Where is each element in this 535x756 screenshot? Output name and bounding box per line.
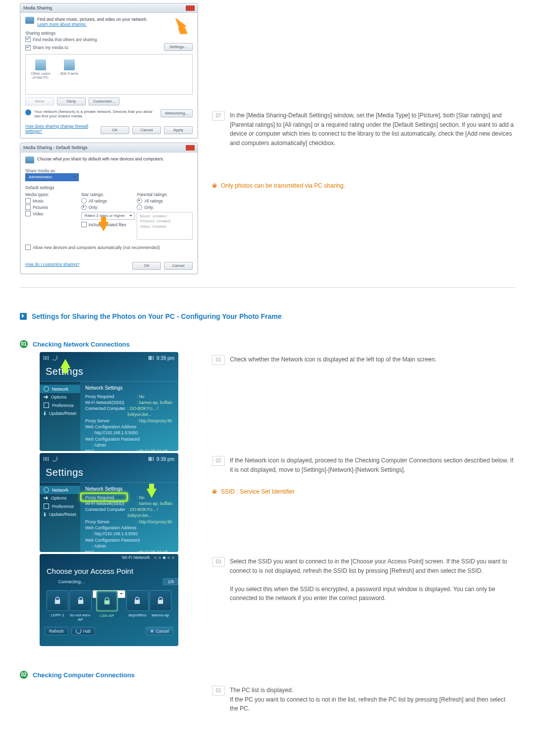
star-only-radio[interactable] bbox=[81, 204, 87, 210]
firewall-link[interactable]: How does sharing change firewall setting… bbox=[25, 124, 101, 134]
sharing-settings-label: Sharing settings bbox=[25, 31, 193, 36]
settings-button[interactable]: Settings... bbox=[164, 43, 193, 51]
device-area: Other users of this PC 800 Frame bbox=[25, 54, 193, 95]
find-media-label: Find media that others are sharing bbox=[33, 37, 97, 42]
media-sharing-screenshots: Media Sharing Find and share music, pict… bbox=[20, 3, 198, 274]
find-media-checkbox[interactable] bbox=[25, 37, 31, 42]
ap-card[interactable]: airportthru bbox=[126, 590, 148, 622]
ok-button[interactable]: OK bbox=[132, 262, 161, 270]
refresh-button[interactable]: Refresh bbox=[45, 627, 68, 635]
video-checkbox[interactable] bbox=[25, 211, 31, 216]
settings-frame-screenshot-2: 9:39 pm Settings Network Options Prefere… bbox=[40, 453, 178, 552]
close-icon[interactable] bbox=[186, 5, 195, 11]
media-icon bbox=[25, 156, 34, 163]
arrow-down-icon bbox=[147, 489, 157, 498]
arrow-up-icon bbox=[60, 359, 70, 368]
star-all-radio[interactable] bbox=[81, 198, 87, 203]
signal-icon bbox=[44, 457, 49, 461]
ap-cancel-button[interactable]: ✕Cancel bbox=[146, 627, 173, 635]
include-unrated-checkbox[interactable] bbox=[81, 222, 87, 227]
add-new-label: Allow new devices and computers automati… bbox=[33, 245, 160, 250]
wrench-icon bbox=[44, 496, 48, 501]
media-icon bbox=[25, 17, 34, 24]
wrench-icon bbox=[44, 395, 48, 400]
sidebar-item-network[interactable]: Network bbox=[40, 385, 80, 393]
step-text-l2: If the PC you want to connect to is not … bbox=[230, 696, 505, 712]
signal-icon bbox=[44, 356, 49, 360]
step-text-p1: Select the SSID you want to connect to i… bbox=[230, 558, 507, 574]
default-settings-label: Default settings bbox=[25, 185, 193, 190]
device-frame[interactable]: 800 Frame bbox=[59, 59, 79, 87]
section-title: Settings for Sharing the Photos on Your … bbox=[32, 312, 282, 320]
pager-dots bbox=[154, 556, 174, 559]
parent-only-radio[interactable] bbox=[137, 204, 142, 210]
cancel-button[interactable]: Cancel bbox=[164, 262, 193, 270]
step-number: 07 bbox=[212, 111, 225, 121]
add-new-checkbox[interactable] bbox=[25, 245, 31, 250]
gear-icon bbox=[44, 487, 49, 493]
sub01-step-01: 01 Check whether the Network icon is dis… bbox=[212, 355, 515, 365]
lock-icon bbox=[76, 596, 85, 605]
sub02-step-01: 01 The PC list is displayed. If the PC y… bbox=[212, 686, 515, 713]
allow-button[interactable]: Allow bbox=[25, 98, 54, 105]
share-to-checkbox[interactable] bbox=[25, 45, 31, 50]
halt-button[interactable]: Halt bbox=[71, 627, 95, 635]
music-checkbox[interactable] bbox=[25, 198, 31, 203]
step-number: 01 bbox=[212, 686, 225, 696]
sidebar-item-options[interactable]: Options bbox=[40, 494, 80, 502]
device-this-pc[interactable]: Other users of this PC bbox=[31, 59, 51, 87]
lock-icon bbox=[133, 596, 142, 605]
pictures-checkbox[interactable] bbox=[25, 204, 31, 210]
media-sharing-dialog: Media Sharing Find and share music, pict… bbox=[20, 3, 198, 139]
learn-more-link[interactable]: Learn more about sharing. bbox=[37, 22, 87, 27]
apply-button[interactable]: Apply bbox=[164, 126, 193, 134]
sub01-step-03: 03 Select the SSID you want to connect t… bbox=[212, 557, 515, 603]
step-text-p2: If you select this when the SSID is encr… bbox=[230, 586, 495, 602]
close-icon[interactable] bbox=[186, 145, 195, 151]
ap-connecting: Connecting… bbox=[40, 579, 104, 584]
signal-icon bbox=[149, 457, 154, 461]
step-text: Check whether the Network icon is displa… bbox=[230, 355, 515, 365]
step-text: In the [Media Sharing-Default Settings] … bbox=[230, 111, 515, 148]
dialog-title: Media Sharing - Default Settings bbox=[23, 145, 88, 150]
ap-card[interactable]: do-not-kerv-AP bbox=[69, 590, 91, 622]
sidebar-item-preference[interactable]: Preference bbox=[40, 502, 80, 510]
signal-icon bbox=[149, 356, 154, 360]
customize-button[interactable]: Customize... bbox=[89, 98, 119, 105]
frame-sidebar: Network Options Preference Update/Reset bbox=[40, 382, 80, 451]
dialog-intro: Find and share music, pictures, and vide… bbox=[37, 17, 148, 22]
preference-icon bbox=[44, 403, 49, 408]
star-rating-select[interactable]: Rated 2 stars or higher bbox=[81, 212, 135, 220]
access-point-screenshot: Wi-Fi Network Choose your Access Point C… bbox=[40, 554, 178, 646]
ap-card[interactable]: kamvo-ap bbox=[150, 590, 171, 622]
how-customize-link[interactable]: How do I customize sharing? bbox=[25, 262, 79, 267]
ap-topbar-label: Wi-Fi Network bbox=[122, 555, 150, 560]
sidebar-item-update[interactable]: Update/Reset bbox=[40, 510, 80, 518]
step-text: If the Network icon is displayed, procee… bbox=[230, 456, 515, 474]
sidebar-item-options[interactable]: Options bbox=[40, 393, 80, 401]
note-text: Only photos can be transmitted via PC sh… bbox=[221, 182, 345, 189]
deny-button[interactable]: Deny bbox=[57, 98, 86, 105]
parent-all-radio[interactable] bbox=[137, 198, 142, 203]
settings-frame-screenshot-1: 9:39 pm Settings Network Options Prefere… bbox=[40, 352, 178, 451]
share-as-label: Share media as: bbox=[25, 168, 193, 173]
step-text-l1: The PC list is displayed. bbox=[230, 687, 293, 694]
step-number: 03 bbox=[212, 557, 225, 567]
sidebar-item-network[interactable]: Network bbox=[40, 486, 80, 494]
col-parent-label: Parental ratings: bbox=[137, 192, 193, 197]
share-as-select[interactable]: Administrator bbox=[25, 173, 79, 181]
sub-title-02: Checking Computer Connections bbox=[33, 671, 135, 679]
sub-bullet-01: 01 bbox=[20, 340, 28, 348]
x-icon: ✕ bbox=[150, 629, 154, 634]
cancel-button[interactable]: Cancel bbox=[132, 126, 161, 134]
sidebar-item-preference[interactable]: Preference bbox=[40, 401, 80, 409]
ap-card[interactable]: LDPF-1 bbox=[47, 590, 68, 622]
ok-button[interactable]: OK bbox=[101, 126, 129, 134]
update-icon bbox=[44, 512, 46, 517]
sub01-step-02: 02 If the Network icon is displayed, pro… bbox=[212, 456, 515, 474]
dialog-title: Media Sharing bbox=[23, 5, 52, 10]
sidebar-item-update[interactable]: Update/Reset bbox=[40, 409, 80, 417]
networking-button[interactable]: Networking... bbox=[160, 109, 193, 117]
ap-card-selected[interactable]: LSH-AP bbox=[93, 590, 125, 598]
share-to-label: Share my media to: bbox=[33, 45, 69, 50]
